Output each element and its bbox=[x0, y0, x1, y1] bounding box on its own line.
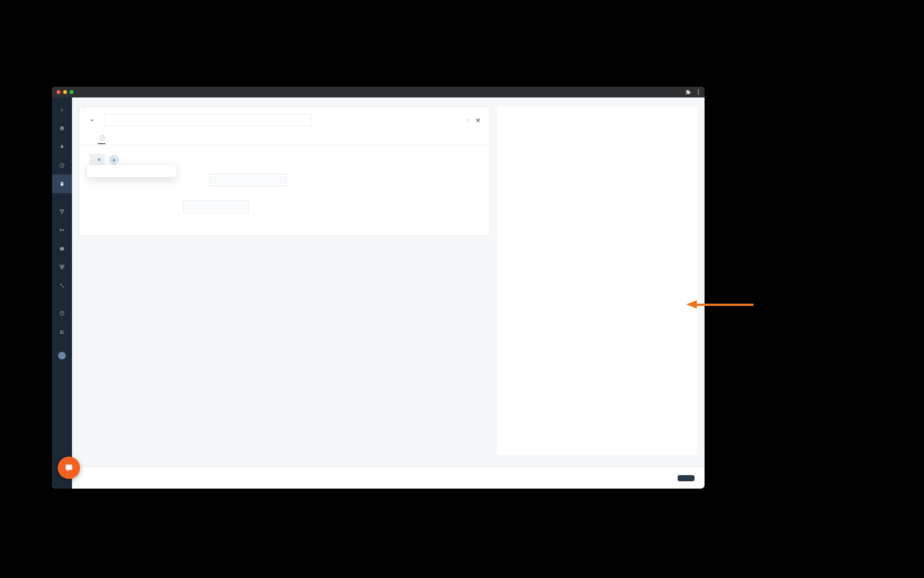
svg-rect-9 bbox=[61, 267, 63, 269]
svg-point-1 bbox=[698, 92, 699, 93]
step-card: ⋮⋮ bbox=[79, 107, 490, 235]
save-button[interactable] bbox=[678, 475, 695, 481]
seconds-input[interactable] bbox=[183, 200, 249, 213]
callout-arrow bbox=[686, 300, 753, 309]
chevron-down-icon[interactable] bbox=[89, 118, 95, 123]
chevron-right-icon bbox=[465, 118, 469, 123]
org-icon[interactable] bbox=[52, 258, 72, 276]
extension-icon[interactable] bbox=[685, 89, 691, 95]
footer bbox=[72, 467, 705, 489]
titlebar bbox=[52, 87, 705, 97]
window-maximize-icon[interactable] bbox=[70, 90, 74, 94]
step-title-input[interactable] bbox=[104, 114, 312, 126]
milestone-popover bbox=[87, 165, 176, 177]
chip-remove-icon[interactable]: ✕ bbox=[97, 157, 101, 163]
browser-window: ⋮⋮ bbox=[52, 87, 705, 489]
window-minimize-icon[interactable] bbox=[63, 90, 67, 94]
svg-rect-15 bbox=[66, 465, 72, 470]
tab-conditions[interactable]: ? bbox=[98, 132, 105, 144]
main-content: ⋮⋮ bbox=[72, 97, 705, 489]
sidebar-collapse-icon[interactable] bbox=[52, 101, 72, 119]
close-icon[interactable]: ✕ bbox=[474, 117, 482, 124]
svg-point-2 bbox=[698, 94, 699, 95]
svg-point-13 bbox=[60, 330, 62, 332]
actions-panel bbox=[497, 107, 698, 455]
home-icon[interactable] bbox=[52, 119, 72, 138]
intercom-fab[interactable] bbox=[58, 457, 80, 479]
network-icon[interactable] bbox=[52, 202, 72, 221]
arrow-head-icon bbox=[686, 300, 697, 309]
arrow-shaft bbox=[697, 304, 753, 306]
svg-point-6 bbox=[62, 213, 63, 214]
svg-point-10 bbox=[60, 284, 62, 285]
window-close-icon[interactable] bbox=[57, 90, 60, 94]
briefcase-icon[interactable] bbox=[52, 239, 72, 258]
svg-point-0 bbox=[698, 89, 699, 91]
page-heading bbox=[72, 97, 705, 107]
rule-chip[interactable]: ✕ bbox=[89, 154, 105, 166]
avatar[interactable] bbox=[52, 346, 72, 365]
drag-handle-icon[interactable]: ⋮⋮ bbox=[79, 107, 84, 113]
minutes-input[interactable] bbox=[209, 173, 286, 187]
popover-title bbox=[87, 170, 176, 173]
add-rule-button[interactable]: + bbox=[109, 155, 119, 165]
announce-icon[interactable] bbox=[52, 221, 72, 239]
sidebar-nav bbox=[52, 97, 72, 489]
svg-rect-7 bbox=[60, 265, 62, 267]
svg-rect-8 bbox=[62, 265, 64, 267]
help-icon[interactable] bbox=[52, 304, 72, 323]
svg-point-14 bbox=[62, 331, 64, 332]
window-controls bbox=[52, 90, 74, 94]
help-circle-icon[interactable]: ? bbox=[100, 135, 105, 140]
kebab-menu-icon[interactable] bbox=[698, 89, 699, 95]
runbooks-icon[interactable] bbox=[52, 175, 72, 193]
clock-icon[interactable] bbox=[52, 156, 72, 175]
svg-point-11 bbox=[62, 286, 64, 287]
tab-bar: ? bbox=[79, 129, 490, 144]
settings-icon[interactable] bbox=[52, 276, 72, 295]
incidents-icon[interactable] bbox=[52, 138, 72, 156]
rules-heading bbox=[79, 144, 490, 154]
users-icon[interactable] bbox=[52, 323, 72, 341]
avatar-initials bbox=[58, 352, 66, 360]
